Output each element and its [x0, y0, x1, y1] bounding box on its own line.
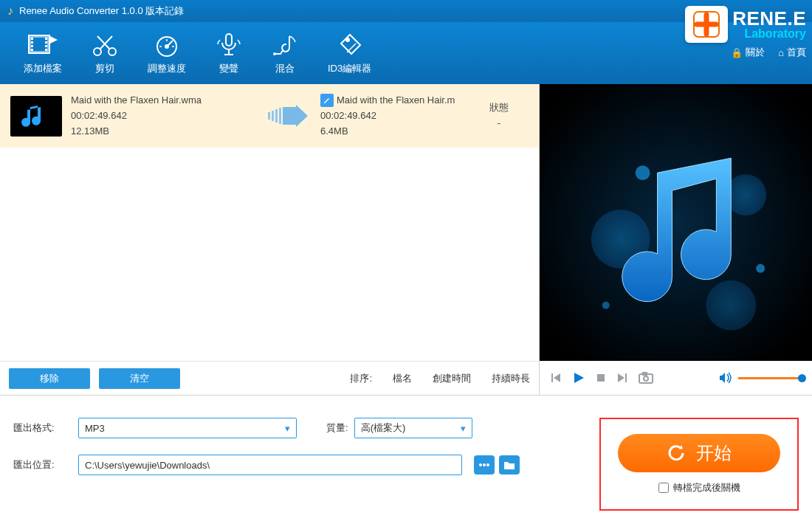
volume-control[interactable]	[719, 372, 802, 384]
svg-rect-31	[625, 373, 627, 382]
shutdown-label: 轉檔完成後關機	[673, 481, 740, 494]
convert-arrow-icon	[263, 105, 314, 127]
toolbar-cut-label: 剪切	[95, 62, 114, 75]
home-link[interactable]: ⌂ 首頁	[778, 46, 806, 59]
about-label: 關於	[746, 46, 765, 59]
output-file-name: Maid with the Flaxen Hair.m	[337, 93, 455, 108]
toolbar-speed[interactable]: 調整速度	[133, 31, 201, 75]
output-path-field[interactable]: C:\Users\yewujie\Downloads\	[78, 455, 462, 475]
clear-button[interactable]: 清空	[99, 368, 180, 389]
quality-value: 高(檔案大)	[361, 421, 406, 435]
sort-by-duration[interactable]: 持續時長	[492, 372, 530, 385]
source-duration: 00:02:49.642	[71, 108, 263, 124]
sort-group: 排序: 檔名 創建時間 持續時長	[350, 372, 530, 385]
toolbar-id3-label: ID3編輯器	[328, 62, 371, 75]
gauge-icon	[154, 31, 180, 59]
chevron-down-icon: ▾	[461, 423, 466, 434]
svg-rect-18	[268, 112, 270, 120]
toolbar-speed-label: 調整速度	[148, 62, 186, 75]
volume-slider[interactable]	[738, 377, 802, 379]
brand-sub: Laboratory	[732, 28, 806, 40]
chevron-down-icon: ▾	[285, 423, 290, 434]
file-row[interactable]: Maid with the Flaxen Hair.wma 00:02:49.6…	[0, 84, 539, 148]
app-title: Renee Audio Converter 1.0.0 版本記錄	[19, 4, 184, 18]
svg-point-35	[479, 463, 482, 466]
svg-point-36	[483, 463, 486, 466]
source-size: 12.13MB	[71, 124, 263, 139]
browse-button[interactable]	[474, 455, 495, 475]
open-folder-button[interactable]	[499, 455, 520, 475]
svg-point-33	[644, 376, 648, 381]
about-link[interactable]: 🔒 關於	[731, 46, 765, 59]
mix-icon	[272, 31, 298, 59]
toolbar-mix-label: 混合	[275, 62, 295, 75]
edit-output-icon[interactable]	[320, 94, 334, 107]
refresh-icon	[667, 444, 686, 463]
snapshot-button[interactable]	[639, 372, 653, 384]
toolbar-add-file[interactable]: 添加檔案	[9, 31, 77, 75]
preview-pane	[539, 84, 812, 395]
shutdown-checkbox[interactable]	[658, 483, 669, 493]
toolbar-cut[interactable]: 剪切	[77, 31, 133, 75]
start-button[interactable]: 开始	[618, 434, 780, 472]
toolbar-voice[interactable]: 變聲	[201, 31, 257, 75]
status-column: 狀態 -	[469, 100, 529, 131]
output-size: 6.4MB	[320, 124, 469, 139]
toolbar: 添加檔案 剪切 調整速度 變聲 混合	[0, 31, 386, 75]
home-label: 首頁	[787, 46, 806, 59]
play-button[interactable]	[572, 371, 585, 384]
stop-button[interactable]	[596, 373, 606, 383]
toolbar-id3[interactable]: ID3編輯器	[313, 31, 386, 75]
brand-area: RENE.E Laboratory 🔒 關於 ⌂ 首頁	[685, 6, 806, 59]
svg-rect-30	[597, 374, 605, 382]
svg-point-28	[602, 301, 610, 308]
file-thumbnail	[10, 96, 62, 137]
output-duration: 00:02:49.642	[320, 108, 469, 124]
svg-rect-7	[45, 41, 47, 44]
quality-label: 質量:	[326, 421, 348, 435]
format-select[interactable]: MP3 ▾	[78, 418, 297, 438]
svg-point-26	[636, 165, 650, 180]
sort-label: 排序:	[350, 372, 372, 385]
sort-by-created[interactable]: 創建時間	[433, 372, 471, 385]
svg-rect-9	[45, 49, 47, 51]
header: 添加檔案 剪切 調整速度 變聲 混合	[0, 22, 812, 84]
svg-point-27	[756, 263, 765, 272]
svg-rect-5	[31, 49, 33, 51]
home-icon: ⌂	[778, 47, 784, 58]
source-file-name: Maid with the Flaxen Hair.wma	[71, 93, 263, 108]
scissors-icon	[92, 31, 118, 59]
sort-by-name[interactable]: 檔名	[393, 372, 412, 385]
source-file-meta: Maid with the Flaxen Hair.wma 00:02:49.6…	[71, 93, 263, 139]
list-footer: 移除 清空 排序: 檔名 創建時間 持續時長	[0, 361, 539, 395]
svg-point-16	[346, 38, 349, 41]
toolbar-mix[interactable]: 混合	[257, 31, 313, 75]
lock-icon: 🔒	[731, 47, 743, 58]
brand-logo	[685, 6, 728, 43]
output-file-meta: Maid with the Flaxen Hair.m 00:02:49.642…	[320, 93, 469, 139]
tag-icon	[337, 31, 363, 59]
svg-rect-29	[551, 373, 553, 382]
output-path-value: C:\Users\yewujie\Downloads\	[85, 460, 210, 471]
prev-button[interactable]	[550, 372, 562, 384]
app-icon: ♪	[7, 4, 13, 18]
svg-rect-21	[279, 108, 281, 124]
format-label: 匯出格式:	[13, 421, 71, 435]
svg-rect-14	[226, 34, 232, 46]
remove-button[interactable]: 移除	[9, 368, 90, 389]
status-label: 狀態	[469, 100, 529, 116]
svg-rect-19	[272, 111, 274, 121]
volume-icon	[719, 372, 732, 384]
shutdown-checkbox-row[interactable]: 轉檔完成後關機	[658, 481, 740, 494]
svg-rect-4	[31, 45, 33, 47]
export-settings: 匯出格式: MP3 ▾ 質量: 高(檔案大) ▾ 匯出位置: C:\Users\…	[13, 418, 599, 511]
bottom-panel: 匯出格式: MP3 ▾ 質量: 高(檔案大) ▾ 匯出位置: C:\Users\…	[0, 396, 812, 521]
film-add-icon	[28, 31, 58, 59]
microphone-icon	[216, 31, 242, 59]
path-label: 匯出位置:	[13, 458, 71, 472]
next-button[interactable]	[616, 372, 628, 384]
svg-point-25	[706, 280, 756, 330]
toolbar-voice-label: 變聲	[219, 62, 238, 75]
svg-point-15	[274, 53, 275, 55]
quality-select[interactable]: 高(檔案大) ▾	[354, 418, 472, 438]
